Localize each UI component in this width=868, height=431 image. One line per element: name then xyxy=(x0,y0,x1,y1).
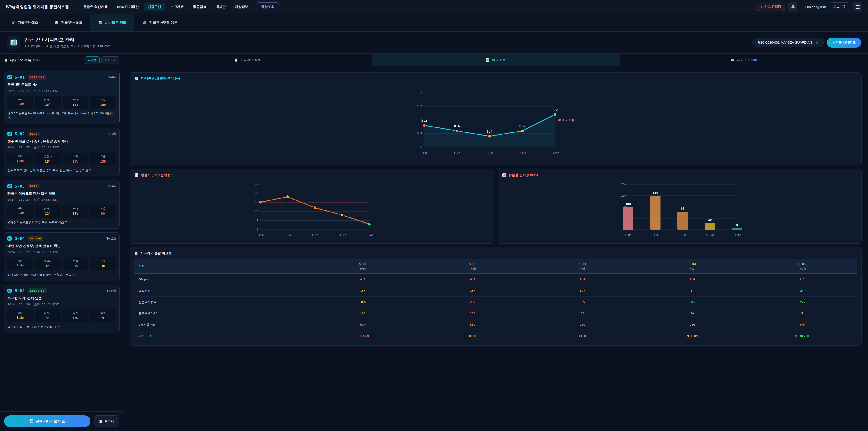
books-icon xyxy=(143,21,147,25)
metric-횡경사: 횡경사8° xyxy=(35,257,61,270)
incident-status-badge: 사고 진행중 xyxy=(757,3,785,11)
list-chart-title: 횡경사 (List) 변화 (°) xyxy=(141,173,171,177)
metric-부력: 부력25% xyxy=(63,153,88,165)
scenario-checkbox[interactable] xyxy=(7,184,12,188)
menu-button[interactable] xyxy=(853,2,862,11)
sidebar-header: 시나리오 목록 (5개) 시간순위험도순 xyxy=(0,54,123,67)
table-cell: 18° xyxy=(418,289,528,293)
scenario-datetime: 2024. 10. 27. 오후 12:30 KST xyxy=(7,146,116,150)
scenario-metrics: GM0.4m횡경사12°부력35%유출80 xyxy=(7,205,116,218)
report-button[interactable]: 보고서 xyxy=(94,415,119,427)
table-cell: 25% xyxy=(418,300,528,304)
svg-text:100: 100 xyxy=(625,202,631,206)
list-chart-header: 횡경사 (List) 변화 (°) xyxy=(134,173,489,177)
scenario-list: S-01CRITICALT+0h좌현 35° 충돌로 No2024. 10. 2… xyxy=(0,67,123,411)
table-row: 잔존부력 (%)30%25%35%50%75% xyxy=(134,297,857,308)
spill-chart-card: 유출률 변화 (L/min) 050100150200T+0hT+2hT+6hT… xyxy=(498,169,862,244)
tab-salvage-list[interactable]: 긴급구난 목록 xyxy=(46,14,90,31)
svg-text:0.8: 0.8 xyxy=(421,119,427,123)
status-dot-icon xyxy=(761,6,763,8)
metric-value: 0.6m xyxy=(8,264,32,267)
scenario-card-s-05[interactable]: S-05RESOLVEDT+24h목포항 도착, 선체 안정2024. 10. … xyxy=(4,284,120,333)
svg-text:150: 150 xyxy=(653,191,658,194)
scenario-card-s-03[interactable]: S-03HIGHT+6h평형수 이동으로 경사 일부 복원2024. 10. 2… xyxy=(4,180,120,228)
svg-text:T+6h: T+6h xyxy=(679,234,686,237)
table-cell: 5 xyxy=(747,312,857,315)
metric-부력: 부력50% xyxy=(63,257,88,270)
metric-value: 8° xyxy=(36,264,60,268)
report-label: 보고서 xyxy=(104,419,114,423)
chevron-down-icon xyxy=(815,40,819,44)
metric-label: 횡경사 xyxy=(36,312,60,315)
nav-item-hns-dispersion[interactable]: HNS·대기확산 xyxy=(113,3,143,11)
scenario-title: 좌현 35° 충돌로 No xyxy=(7,83,116,87)
scenario-card-top: S-05RESOLVEDT+24h xyxy=(7,288,116,293)
table-cell: 0.6 xyxy=(637,278,747,281)
severity-badge: RESOLVED xyxy=(28,288,47,293)
row-label: BM 비율 (%) xyxy=(134,323,308,327)
main-panel: 시나리오 상세비교 차트지도 오버레이 GM (복원심) 변화 추이 (m) 0… xyxy=(123,54,868,431)
table-cell: HIGH xyxy=(418,334,528,338)
column-scenario-id: S-01 xyxy=(308,262,418,266)
scenario-checkbox[interactable] xyxy=(7,237,12,241)
nav-item-board[interactable]: 게시판 xyxy=(212,3,229,11)
metric-label: 횡경사 xyxy=(36,155,60,158)
scenario-checkbox[interactable] xyxy=(7,132,12,136)
scenario-title: 침수 확대로 경사 증가, 유출량 증가 추세 xyxy=(7,139,116,144)
scenario-checkbox[interactable] xyxy=(7,75,12,79)
scenario-checkbox[interactable] xyxy=(7,288,12,293)
sort-time-button[interactable]: 시간순 xyxy=(85,56,100,64)
tab-label: 시나리오 관리 xyxy=(105,21,126,25)
tab-comparison-chart[interactable]: 비교 차트 xyxy=(372,54,620,66)
metric-value: 75% xyxy=(64,316,87,320)
tab-scenario-management[interactable]: 시나리오 관리 xyxy=(90,14,134,31)
table-header-s-02: S-02T+2h xyxy=(418,262,528,270)
nav-item-reports[interactable]: 보고자료 xyxy=(166,3,188,11)
nav-item-emergency-salvage[interactable]: 긴급구난 xyxy=(144,3,165,11)
nav-item-aerial-search[interactable]: 항공탐색 xyxy=(189,3,210,11)
table-cell: 94% xyxy=(637,323,747,326)
scenario-card-s-04[interactable]: S-04MEDIUMT+12h예인 작업 진행중, 선체 안정화 확인2024.… xyxy=(4,232,120,281)
svg-text:T+0h: T+0h xyxy=(625,234,631,237)
tab-salvage-prediction[interactable]: 긴급구난예측 xyxy=(3,14,46,31)
scenario-datetime: 2024. 10. 28. 오전 10:30 KST xyxy=(7,302,116,306)
scenario-card-s-02[interactable]: S-02HIGHT+2h침수 확대로 경사 증가, 유출량 증가 추세2024.… xyxy=(4,128,120,176)
table-cell: HIGH xyxy=(528,334,638,338)
svg-text:T+2h: T+2h xyxy=(652,234,659,237)
nav-item-spill-prediction[interactable]: 유출유 확산예측 xyxy=(79,3,112,11)
metric-label: 횡경사 xyxy=(36,259,60,263)
tab-map-overlay[interactable]: 지도 오버레이 xyxy=(620,54,868,66)
svg-text:10: 10 xyxy=(255,210,258,213)
nav-item-integrated-search[interactable]: 통합조회 xyxy=(256,2,279,11)
metric-value: 25% xyxy=(64,160,87,163)
table-cell: 100 xyxy=(308,312,418,315)
scenario-time-offset: T+2h xyxy=(108,132,116,135)
tab-salvage-model-theory[interactable]: 긴급구난모델 이론 xyxy=(134,14,185,31)
svg-text:5: 5 xyxy=(736,224,738,227)
incident-select-value: RSC-2026-001·M/V SEA GUARDIAN xyxy=(758,41,812,44)
logout-button[interactable]: 로그아웃 xyxy=(830,2,849,11)
page-header: 긴급구난 시나리오 관리 시간 단계별 시나리오 비교·검토 및 구난 의사결정… xyxy=(0,32,868,53)
scenario-time-offset: T+24h xyxy=(106,289,116,293)
metric-횡경사: 횡경사12° xyxy=(35,205,61,218)
column-scenario-id: S-03 xyxy=(528,262,638,266)
tab-label: 긴급구난모델 이론 xyxy=(149,21,177,25)
table-cell: 30 xyxy=(637,312,747,315)
compare-scenarios-button[interactable]: 선택 시나리오 비교 xyxy=(4,415,90,427)
metric-value: 50% xyxy=(64,264,87,268)
notification-bell-button[interactable] xyxy=(788,2,798,11)
scenario-card-s-01[interactable]: S-01CRITICALT+0h좌현 35° 충돌로 No2024. 10. 2… xyxy=(4,71,120,124)
tab-scenario-detail[interactable]: 시나리오 상세 xyxy=(123,54,372,66)
sort-risk-button[interactable]: 위험도순 xyxy=(101,56,119,64)
table-cell: RESOLVED xyxy=(747,334,857,338)
metric-횡경사: 횡경사18° xyxy=(35,153,61,165)
metric-label: 유출 xyxy=(91,259,115,263)
nav-item-weather[interactable]: 기상정보 xyxy=(231,3,252,11)
incident-select[interactable]: RSC-2026-001·M/V SEA GUARDIAN xyxy=(752,38,824,47)
table-header-s-03: S-03T+6h xyxy=(528,262,638,270)
table-header-row: 지표S-01T+0hS-02T+2hS-03T+6hS-04T+12hS-05T… xyxy=(134,259,857,274)
metric-value: 3° xyxy=(36,316,60,320)
new-scenario-button[interactable]: + 신규 시나리오 xyxy=(827,37,861,48)
list-chart-wrap: 0510152025T+0hT+2hT+6hT+12hT+24h xyxy=(134,177,489,240)
scenario-id: S-05 xyxy=(15,288,25,293)
